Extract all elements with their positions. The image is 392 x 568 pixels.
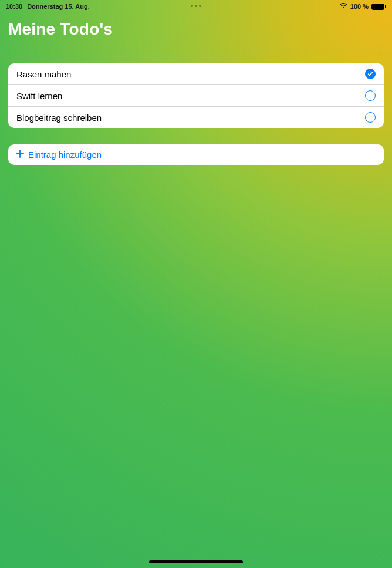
todo-label: Rasen mähen xyxy=(16,69,365,79)
checkmark-circle-icon[interactable] xyxy=(365,69,376,79)
battery-icon xyxy=(371,4,386,10)
todo-list: Rasen mähen Swift lernen Blogbeitrag sch… xyxy=(8,63,384,128)
multitask-dots-icon[interactable] xyxy=(191,5,201,7)
status-time: 10:30 xyxy=(6,3,22,10)
todo-label: Swift lernen xyxy=(16,91,365,101)
add-entry-button[interactable]: Eintrag hinzufügen xyxy=(8,144,384,165)
todo-label: Blogbeitrag schreiben xyxy=(16,113,365,123)
status-bar: 10:30 Donnerstag 15. Aug. 100 % xyxy=(0,0,392,12)
add-entry-label: Eintrag hinzufügen xyxy=(28,150,102,160)
list-item[interactable]: Swift lernen xyxy=(8,84,384,106)
wifi-icon xyxy=(339,3,347,10)
status-right: 100 % xyxy=(339,3,386,10)
plus-icon xyxy=(15,149,25,160)
status-left: 10:30 Donnerstag 15. Aug. xyxy=(6,3,90,10)
list-item[interactable]: Rasen mähen xyxy=(8,63,384,84)
circle-icon[interactable] xyxy=(365,112,376,123)
list-item[interactable]: Blogbeitrag schreiben xyxy=(8,106,384,128)
home-indicator[interactable] xyxy=(149,560,243,563)
status-battery-text: 100 % xyxy=(350,3,369,10)
content-area: Rasen mähen Swift lernen Blogbeitrag sch… xyxy=(0,63,392,165)
circle-icon[interactable] xyxy=(365,90,376,101)
status-date: Donnerstag 15. Aug. xyxy=(27,3,90,10)
page-title: Meine Todo's xyxy=(0,12,392,42)
